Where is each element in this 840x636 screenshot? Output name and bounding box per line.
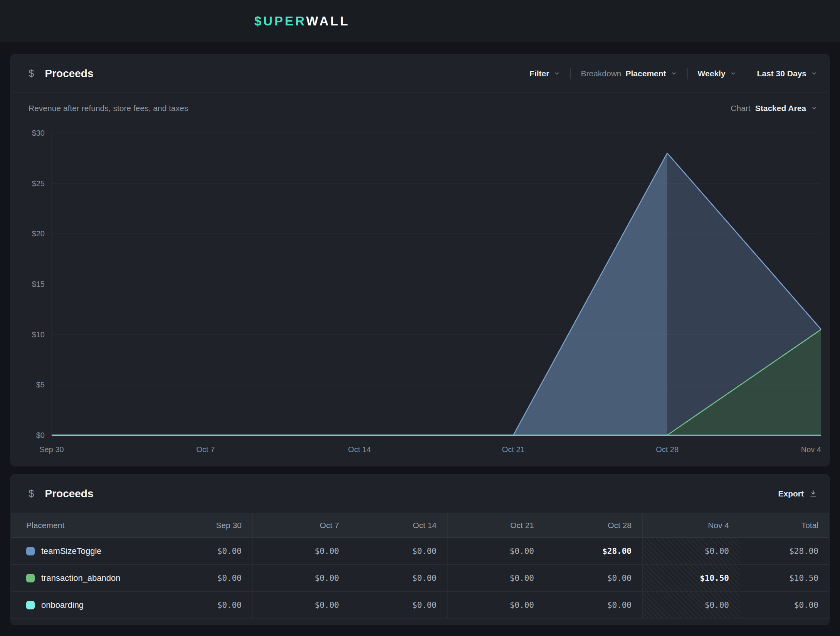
table-header-cell: Sep 30	[155, 513, 252, 537]
interval-dropdown[interactable]: Weekly	[688, 69, 747, 78]
superwall-logo[interactable]: $UPERWALL	[254, 14, 350, 29]
table-cell: $0.00	[252, 592, 350, 618]
y-axis-label: $0	[36, 431, 45, 440]
breakdown-dropdown[interactable]: Breakdown Placement	[571, 69, 687, 78]
table-cell: $0.00	[642, 592, 740, 618]
chart-controls: Filter Breakdown Placement Weekly Last 3…	[519, 68, 818, 79]
proceeds-chart-card: $ Proceeds Filter Breakdown Placement We…	[10, 54, 830, 466]
table-header-cell: Oct 14	[350, 513, 447, 537]
placement-name: transaction_abandon	[41, 573, 121, 583]
date-range-dropdown[interactable]: Last 30 Days	[747, 69, 818, 78]
proceeds-table: PlacementSep 30Oct 7Oct 14Oct 21Oct 28No…	[11, 513, 829, 625]
x-axis-label: Nov 4	[801, 445, 821, 454]
dollar-icon: $	[29, 488, 34, 500]
table-body: teamSizeToggle$0.00$0.00$0.00$0.00$28.00…	[11, 538, 829, 619]
placement-name: teamSizeToggle	[41, 546, 102, 556]
table-bottom-padding	[11, 619, 829, 625]
page: { "topbar": { "logo_teal": "$UPER", "log…	[0, 0, 840, 636]
series-color-swatch	[26, 574, 35, 582]
table-cell: $0.00	[252, 565, 350, 591]
table-cell: $0.00	[447, 592, 545, 618]
export-label: Export	[778, 489, 804, 498]
logo-prefix: $UPER	[254, 14, 306, 28]
chart-area: $0$5$10$15$20$25$30Sep 30Oct 7Oct 14Oct …	[29, 133, 821, 466]
placement-cell: transaction_abandon	[11, 565, 155, 591]
table-header-cell: Total	[740, 513, 829, 537]
table-header-cell: Oct 28	[545, 513, 642, 537]
table-row: teamSizeToggle$0.00$0.00$0.00$0.00$28.00…	[11, 538, 829, 565]
x-axis-label: Oct 28	[656, 445, 679, 454]
filter-label: Filter	[529, 69, 549, 78]
table-header-cell: Placement	[11, 513, 155, 537]
table-header-cell: Oct 21	[447, 513, 545, 537]
table-card-header: $ Proceeds Export	[11, 474, 829, 513]
x-axis-label: Sep 30	[39, 445, 64, 454]
table-row: onboarding$0.00$0.00$0.00$0.00$0.00$0.00…	[11, 592, 829, 619]
table-cell: $0.00	[155, 538, 252, 564]
chart-card-header: $ Proceeds Filter Breakdown Placement We…	[11, 54, 829, 93]
chart-card-title: Proceeds	[45, 67, 93, 80]
export-button[interactable]: Export	[778, 489, 818, 498]
interval-value: Weekly	[698, 69, 726, 78]
series-color-swatch	[26, 547, 35, 555]
y-axis-label: $15	[32, 280, 45, 289]
stacked-area-chart	[52, 133, 821, 435]
table-cell: $0.00	[740, 592, 829, 618]
topbar: $UPERWALL	[0, 0, 840, 42]
table-cell: $10.50	[642, 565, 740, 591]
chart-type-value: Stacked Area	[755, 104, 806, 113]
table-cell: $0.00	[447, 565, 545, 591]
y-axis-label: $10	[32, 330, 45, 339]
placement-cell: onboarding	[11, 592, 155, 618]
chart-type-dropdown[interactable]: Chart Stacked Area	[731, 104, 818, 113]
placement-name: onboarding	[41, 600, 84, 610]
x-axis-label: Oct 21	[502, 445, 525, 454]
series-color-swatch	[26, 601, 35, 609]
date-range-value: Last 30 Days	[757, 69, 806, 78]
logo-suffix: WALL	[306, 14, 349, 28]
chart-type-label: Chart	[731, 104, 750, 113]
breakdown-value: Placement	[626, 69, 666, 78]
chart-subtitle: Revenue after refunds, store fees, and t…	[29, 104, 188, 113]
table-cell: $0.00	[350, 592, 447, 618]
table-cell: $0.00	[155, 565, 252, 591]
table-cell: $28.00	[545, 538, 642, 564]
chevron-down-icon	[730, 70, 737, 77]
download-icon	[809, 489, 818, 498]
proceeds-table-card: $ Proceeds Export PlacementSep 30Oct 7Oc…	[10, 474, 830, 625]
table-cell: $28.00	[740, 538, 829, 564]
chevron-down-icon	[811, 105, 818, 112]
table-cell: $0.00	[447, 538, 545, 564]
chart-subheader: Revenue after refunds, store fees, and t…	[11, 93, 829, 113]
y-axis-label: $25	[32, 179, 45, 188]
table-cell: $0.00	[545, 565, 642, 591]
table-cell: $0.00	[350, 565, 447, 591]
breakdown-label: Breakdown	[581, 69, 621, 78]
table-row: transaction_abandon$0.00$0.00$0.00$0.00$…	[11, 565, 829, 592]
table-header-cell: Oct 7	[252, 513, 350, 537]
table-cell: $0.00	[545, 592, 642, 618]
table-header-cell: Nov 4	[642, 513, 740, 537]
table-cell: $0.00	[155, 592, 252, 618]
chevron-down-icon	[811, 70, 818, 77]
table-cell: $0.00	[642, 538, 740, 564]
table-cell: $10.50	[740, 565, 829, 591]
chevron-down-icon	[670, 70, 677, 77]
y-axis-label: $30	[32, 129, 45, 138]
filter-dropdown[interactable]: Filter	[519, 69, 570, 78]
table-cell: $0.00	[350, 538, 447, 564]
chevron-down-icon	[553, 70, 560, 77]
x-axis-label: Oct 7	[196, 445, 215, 454]
chart-plot[interactable]: $0$5$10$15$20$25$30Sep 30Oct 7Oct 14Oct …	[52, 133, 821, 435]
dollar-icon: $	[29, 67, 34, 79]
table-card-title: Proceeds	[45, 488, 93, 500]
y-axis-label: $5	[36, 380, 45, 389]
x-axis-label: Oct 14	[348, 445, 371, 454]
table-cell: $0.00	[252, 538, 350, 564]
placement-cell: teamSizeToggle	[11, 538, 155, 564]
table-header-row: PlacementSep 30Oct 7Oct 14Oct 21Oct 28No…	[11, 513, 829, 538]
y-axis-label: $20	[32, 229, 45, 238]
